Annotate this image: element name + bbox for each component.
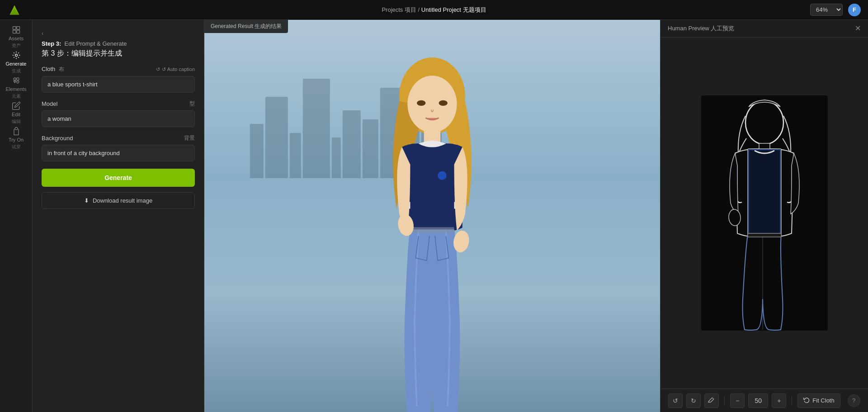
sidebar-item-assets[interactable]: Assets 资产	[3, 25, 30, 49]
generate-button[interactable]: Generate	[42, 169, 195, 187]
toolbar-divider-1	[724, 396, 725, 405]
sidebar-generate-label: Generate	[6, 61, 27, 66]
help-button[interactable]: ?	[848, 394, 860, 407]
step-label: Step 3:	[42, 40, 61, 47]
background-field-group: Background 背景	[42, 134, 195, 161]
redo-button[interactable]: ↻	[686, 393, 701, 408]
sidebar-item-edit[interactable]: Edit 编辑	[3, 101, 30, 125]
right-panel: Human Preview 人工预览 ✕	[660, 20, 868, 412]
breadcrumb-projects[interactable]: Projects 项目	[382, 6, 416, 13]
model-input[interactable]	[42, 110, 195, 127]
cloth-label-zh: 布	[59, 66, 64, 72]
human-preview-label: Human Preview 人工预览	[668, 24, 734, 33]
svg-rect-4	[13, 30, 16, 33]
sidebar-elements-label: Elements	[6, 86, 27, 92]
breadcrumb-current: Untitled Project 无题项目	[421, 6, 486, 13]
preview-tab-bar: Generated Result 生成的结果	[204, 20, 288, 33]
left-panel: ‹ Step 3: Edit Prompt & Generate 第 3 步：编…	[33, 20, 204, 412]
background-label-zh: 背景	[184, 134, 195, 142]
human-preview	[701, 95, 828, 331]
minus-icon: −	[736, 397, 739, 404]
model-figure	[355, 55, 509, 412]
close-button[interactable]: ✕	[855, 25, 861, 32]
building-4	[303, 79, 330, 178]
sidebar-edit-label: Edit	[12, 112, 20, 117]
svg-point-15	[439, 100, 448, 106]
cloth-label-text: Cloth	[42, 66, 55, 72]
panel-header: ‹ Step 3: Edit Prompt & Generate 第 3 步：编…	[42, 29, 195, 58]
toolbar-divider-2	[792, 396, 792, 405]
sidebar-item-elements[interactable]: Elements 元素	[3, 76, 30, 99]
plus-icon: +	[777, 397, 781, 404]
breadcrumb: Projects 项目 / Untitled Project 无题项目	[382, 6, 486, 14]
building-5	[332, 137, 341, 178]
auto-caption-btn[interactable]: ↺ ↺ Auto caption	[156, 66, 195, 72]
cloth-label: Cloth 布 ↺ ↺ Auto caption	[42, 66, 195, 73]
sidebar-item-generate[interactable]: Generate 生成	[3, 51, 30, 74]
svg-point-14	[417, 100, 425, 106]
download-button[interactable]: ⬇ Download result image	[42, 192, 195, 209]
human-preview-background	[701, 95, 828, 331]
svg-marker-34	[708, 398, 714, 402]
svg-point-25	[745, 101, 783, 144]
zoom-value: 50	[755, 397, 762, 404]
background-input[interactable]	[42, 145, 195, 161]
cloth-input[interactable]	[42, 76, 195, 93]
eraser-icon	[708, 396, 715, 405]
step-title: Edit Prompt & Generate	[65, 40, 127, 47]
sidebar-generate-label-zh: 生成	[12, 68, 21, 74]
sidebar-edit-label-zh: 编辑	[12, 118, 21, 125]
back-button[interactable]: ‹	[42, 30, 43, 37]
help-icon: ?	[852, 397, 855, 404]
right-panel-toolbar: ↺ ↻ − 50 +	[660, 388, 868, 412]
sidebar-elements-label-zh: 元素	[12, 93, 21, 99]
sidebar-assets-label: Assets	[9, 36, 24, 41]
model-label: Model 型	[42, 100, 195, 108]
model-illustration	[204, 20, 660, 412]
sidebar-item-tryon[interactable]: Try On 试穿	[3, 127, 30, 150]
svg-rect-8	[16, 78, 19, 80]
svg-point-7	[14, 78, 16, 80]
fit-cloth-button[interactable]: Fit Cloth	[797, 393, 840, 408]
sidebar-tryon-label: Try On	[9, 137, 24, 142]
undo-icon: ↺	[673, 397, 678, 404]
building-1	[250, 124, 264, 178]
model-field-group: Model 型	[42, 100, 195, 127]
zoom-out-button[interactable]: −	[730, 393, 745, 408]
zoom-in-button[interactable]: +	[772, 393, 786, 408]
avatar[interactable]: F	[848, 4, 861, 16]
svg-rect-28	[749, 150, 780, 233]
svg-point-13	[407, 76, 457, 133]
background-label: Background 背景	[42, 134, 195, 142]
svg-rect-2	[13, 27, 16, 30]
building-2	[265, 97, 288, 178]
svg-rect-33	[748, 233, 781, 237]
sidebar-nav: Assets 资产 Generate 生成 Elements 元素	[0, 20, 33, 412]
zoom-counter: 50	[748, 393, 768, 408]
right-panel-header: Human Preview 人工预览 ✕	[660, 20, 868, 38]
panel-title-zh: 第 3 步：编辑提示并生成	[42, 49, 195, 58]
main-area: Assets 资产 Generate 生成 Elements 元素	[0, 20, 868, 412]
svg-point-9	[16, 81, 19, 83]
panel-step: Step 3: Edit Prompt & Generate	[42, 40, 195, 47]
svg-rect-5	[16, 30, 19, 33]
generated-image	[204, 20, 660, 412]
building-3	[290, 133, 301, 178]
redo-icon: ↻	[691, 397, 696, 404]
zoom-selector[interactable]: 64% 100% 75% 50%	[810, 4, 843, 16]
svg-point-6	[15, 54, 17, 57]
app-logo[interactable]	[7, 3, 22, 17]
center-panel: Generated Result 生成的结果	[204, 20, 660, 412]
download-icon: ⬇	[84, 197, 89, 204]
svg-rect-3	[16, 27, 19, 30]
model-label-zh: 型	[189, 100, 195, 108]
topbar: Projects 项目 / Untitled Project 无题项目 64% …	[0, 0, 868, 20]
cloth-field-group: Cloth 布 ↺ ↺ Auto caption	[42, 66, 195, 93]
sidebar-assets-label-zh: 资产	[12, 43, 21, 49]
svg-rect-21	[410, 227, 454, 232]
fit-cloth-label: Fit Cloth	[812, 397, 834, 404]
undo-button[interactable]: ↺	[668, 393, 683, 408]
right-panel-content	[660, 38, 868, 388]
eraser-button[interactable]	[704, 393, 719, 408]
fit-cloth-icon	[803, 397, 810, 404]
